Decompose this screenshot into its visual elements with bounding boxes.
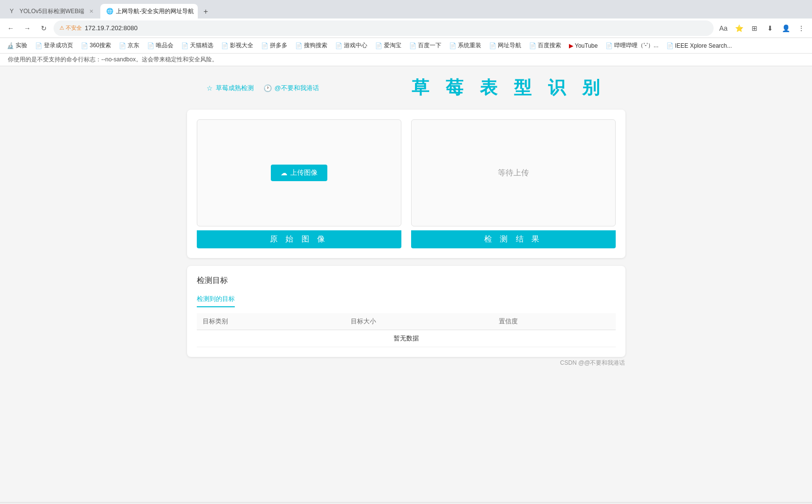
upload-button[interactable]: ☁ 上传图像 [271, 165, 327, 181]
bookmark-360[interactable]: 📄 360搜索 [78, 40, 114, 51]
baidu-search-icon: 📄 [529, 42, 536, 49]
menu-button[interactable]: ⋮ [794, 21, 808, 35]
credit-text: CSDN @@不要和我港话 [560, 359, 625, 366]
bookmark-label: 系统重装 [458, 41, 481, 50]
login-icon: 📄 [35, 42, 42, 49]
bookmark-label: 360搜索 [90, 41, 111, 50]
tab1-close[interactable]: ✕ [89, 8, 94, 15]
detection-table-header-row: 目标类别 目标大小 置信度 [197, 313, 616, 330]
profile-button[interactable]: 👤 [779, 21, 793, 35]
bookmark-baidu[interactable]: 📄 百度一下 [406, 40, 444, 51]
bookmark-baidu-search[interactable]: 📄 百度搜索 [526, 40, 564, 51]
bookmark-bilibili[interactable]: 📄 哔哩哔哩（'-'）... [603, 40, 661, 51]
bilibili-icon: 📄 [605, 42, 613, 49]
waiting-text: 等待上传 [498, 168, 529, 178]
bookmark-label: 爱淘宝 [384, 41, 401, 50]
taobao-icon: 📄 [375, 42, 382, 49]
bookmark-label: 哔哩哔哩（'-'）... [614, 41, 659, 50]
bookmark-label: 影视大全 [230, 41, 253, 50]
bookmark-label: 搜狗搜索 [304, 41, 327, 50]
bookmark-label: 游戏中心 [344, 41, 367, 50]
bookmark-youtube[interactable]: ▶ YouTube [566, 41, 601, 50]
result-label: 检 测 结 果 [411, 230, 616, 248]
page-content: ☆ 草莓成熟检测 🕐 @不要和我港话 草 莓 表 型 识 别 ☁ 上传 [0, 66, 812, 502]
bookmark-reinstall[interactable]: 📄 系统重装 [446, 40, 484, 51]
tab2-favicon: 🌐 [106, 8, 113, 15]
nav-bar: ← → ↻ ⚠ 不安全 172.19.7.202:8080 Aa ⭐ ⊞ ⬇ 👤… [0, 19, 812, 38]
bookmark-jd[interactable]: 📄 京东 [116, 40, 142, 51]
page-header: ☆ 草莓成熟检测 🕐 @不要和我港话 草 莓 表 型 识 别 [187, 76, 625, 100]
detection-tab[interactable]: 检测到的目标 [197, 292, 235, 307]
main-container: ☆ 草莓成熟检测 🕐 @不要和我港话 草 莓 表 型 识 别 ☁ 上传 [187, 76, 625, 369]
status-bar: CSDN @@不要和我港话 [0, 502, 812, 504]
bookmark-tmall[interactable]: 📄 天猫精选 [178, 40, 216, 51]
reader-view-button[interactable]: Aa [717, 21, 730, 35]
bookmark-login[interactable]: 📄 登录成功页 [32, 40, 76, 51]
header-left: ☆ 草莓成熟检测 🕐 @不要和我港话 [207, 84, 319, 93]
bottom-credit: CSDN @@不要和我港话 [187, 357, 625, 369]
ieee-icon: 📄 [666, 42, 674, 49]
result-image-area: 等待上传 [411, 119, 616, 226]
url-display: 172.19.7.202:8080 [85, 24, 137, 32]
browser-chrome: Y YOLOv5目标检测WEB端 ✕ 🌐 上网导航-安全实用的网址导航 ✕ + … [0, 0, 812, 66]
tab2-label: 上网导航-安全实用的网址导航 [116, 7, 194, 16]
bookmark-nav[interactable]: 📄 网址导航 [486, 40, 524, 51]
bookmark-pinduoduo[interactable]: 📄 拼多多 [258, 40, 290, 51]
warning-bar: 你使用的是不受支持的命令行标志：--no-sandbox。这会带来稳定性和安全风… [0, 54, 812, 66]
bookmark-taobao[interactable]: 📄 爱淘宝 [372, 40, 404, 51]
detection-panel: 检测目标 检测到的目标 目标类别 目标大小 置信度 暂无数据 [187, 266, 625, 357]
iqiyi-icon: 📄 [221, 42, 228, 49]
bookmark-youtube-label: YouTube [575, 42, 598, 49]
address-bar[interactable]: ⚠ 不安全 172.19.7.202:8080 [54, 20, 714, 36]
bookmark-ieee[interactable]: 📄 IEEE Xplore Search... [663, 41, 735, 50]
detection-table-body: 暂无数据 [197, 330, 616, 347]
download-button[interactable]: ⬇ [763, 21, 777, 35]
star-icon: ☆ [207, 84, 213, 92]
no-data-text: 暂无数据 [197, 330, 616, 347]
header-detection-label: 草莓成熟检测 [216, 84, 254, 93]
bookmark-experiment[interactable]: 🔬 实验 [4, 40, 30, 51]
vipshop-icon: 📄 [147, 42, 154, 49]
bookmark-game[interactable]: 📄 游戏中心 [332, 40, 370, 51]
security-icon: ⚠ [59, 25, 64, 31]
bookmark-label: 天猫精选 [190, 41, 213, 50]
security-label: 不安全 [66, 24, 82, 32]
tab-navigation[interactable]: 🌐 上网导航-安全实用的网址导航 ✕ [100, 4, 198, 19]
bookmark-label: 实验 [16, 41, 27, 50]
bookmark-label: 登录成功页 [44, 41, 73, 50]
pdd-icon: 📄 [261, 42, 268, 49]
360-icon: 📄 [81, 42, 88, 49]
upload-button-label: 上传图像 [290, 168, 318, 177]
image-panel: ☁ 上传图像 原 始 图 像 等待上传 检 测 结 果 [187, 110, 625, 258]
forward-button[interactable]: → [20, 21, 34, 35]
detection-section-title: 检测目标 [197, 276, 616, 286]
bookmark-label: 唯品会 [156, 41, 173, 50]
nav-actions: Aa ⭐ ⊞ ⬇ 👤 ⋮ [717, 21, 808, 35]
game-icon: 📄 [335, 42, 342, 49]
bookmark-vipshop[interactable]: 📄 唯品会 [144, 40, 176, 51]
col-category: 目标类别 [197, 313, 345, 330]
bookmarks-bar: 🔬 实验 📄 登录成功页 📄 360搜索 📄 京东 📄 唯品会 📄 天猫精选 📄… [0, 38, 812, 54]
tmall-icon: 📄 [181, 42, 189, 49]
reinstall-icon: 📄 [449, 42, 456, 49]
split-view-button[interactable]: ⊞ [748, 21, 761, 35]
new-tab-button[interactable]: + [199, 5, 212, 19]
bookmark-button[interactable]: ⭐ [732, 21, 746, 35]
image-panels-row: ☁ 上传图像 原 始 图 像 等待上传 检 测 结 果 [197, 119, 616, 248]
back-button[interactable]: ← [4, 21, 18, 35]
tab-bar: Y YOLOv5目标检测WEB端 ✕ 🌐 上网导航-安全实用的网址导航 ✕ + [0, 0, 812, 19]
nav-icon: 📄 [489, 42, 496, 49]
bookmark-sogou[interactable]: 📄 搜狗搜索 [292, 40, 330, 51]
sogou-icon: 📄 [295, 42, 302, 49]
security-warning: ⚠ 不安全 [59, 24, 82, 32]
detection-table: 目标类别 目标大小 置信度 暂无数据 [197, 313, 616, 347]
tab1-label: YOLOv5目标检测WEB端 [19, 7, 84, 16]
no-data-row: 暂无数据 [197, 330, 616, 347]
tab-yolov5[interactable]: Y YOLOv5目标检测WEB端 ✕ [4, 4, 99, 19]
clock-icon: 🕐 [264, 84, 272, 92]
youtube-icon: ▶ [569, 42, 573, 49]
header-item-detection: ☆ 草莓成熟检测 [207, 84, 254, 93]
bookmark-label: 网址导航 [498, 41, 521, 50]
refresh-button[interactable]: ↻ [37, 21, 51, 35]
bookmark-iqiyi[interactable]: 📄 影视大全 [218, 40, 256, 51]
